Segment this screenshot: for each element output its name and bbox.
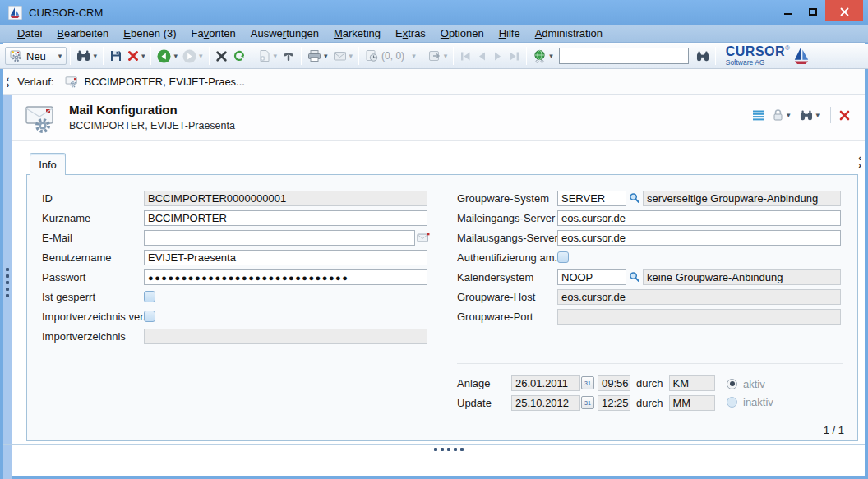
inaktiv-label: inaktiv	[743, 396, 773, 408]
print-button[interactable]: ▾	[305, 48, 330, 64]
email-field[interactable]	[144, 230, 415, 246]
tools-button[interactable]	[279, 48, 298, 64]
new-document-dropdown[interactable]: ▾	[274, 52, 278, 60]
form-row: Authentifizierung am...	[457, 247, 841, 267]
menu-item-hilfe[interactable]: Hilfe	[492, 27, 528, 39]
menu-item-ebenen-3[interactable]: Ebenen (3)	[116, 27, 183, 39]
history-entry[interactable]: BCCIMPORTER, EVIJET-Praes...	[65, 76, 245, 88]
close-icon	[840, 7, 849, 16]
groupware-system-code-field[interactable]: SERVER	[557, 191, 626, 206]
back-button[interactable]: ▾	[155, 48, 180, 65]
authentifizierung-checkbox[interactable]	[557, 251, 569, 263]
search-button[interactable]: ▾	[74, 48, 99, 64]
left-splitter[interactable]	[3, 95, 12, 479]
maileingangs-server-field[interactable]: eos.cursor.de	[557, 210, 841, 226]
new-record-dropdown[interactable]: ▾	[58, 52, 62, 60]
menu-item-favoriten[interactable]: Favoriten	[184, 27, 243, 39]
quick-search-go-button[interactable]	[694, 48, 712, 64]
close-button[interactable]	[825, 0, 863, 21]
passwort-field[interactable]: ●●●●●●●●●●●●●●●●●●●●●●●●●●●●●●	[144, 269, 427, 285]
export-dropdown[interactable]: ▾	[444, 52, 448, 60]
kalendersystem-code-field[interactable]: NOOP	[557, 269, 626, 285]
menu-item-marketing[interactable]: Marketing	[326, 27, 388, 39]
nav-first-button[interactable]	[457, 49, 474, 63]
nav-last-button[interactable]	[506, 49, 523, 63]
form-row: Importverzeichnis	[42, 326, 453, 346]
forward-dropdown[interactable]: ▾	[199, 52, 203, 60]
record-search-button[interactable]: ▾	[797, 108, 822, 123]
toolbar-separator	[526, 47, 527, 65]
mail-button[interactable]: ▾	[330, 48, 356, 63]
email-envelope-icon[interactable]	[417, 233, 430, 243]
benutzername-field[interactable]: EVIJET-Praesenta	[144, 250, 427, 265]
minimize-button[interactable]	[776, 0, 801, 21]
status-radio-group: aktiv inaktiv	[727, 375, 773, 412]
inaktiv-radio[interactable]	[727, 397, 737, 408]
calendar-button[interactable]: 31	[581, 396, 594, 409]
cancel-button[interactable]	[213, 48, 230, 64]
app-window: CURSOR-CRM DateiBearbeitenEbenen (3)Favo…	[0, 0, 868, 479]
menu-item-extras[interactable]: Extras	[388, 27, 433, 39]
menu-lines-icon[interactable]	[752, 110, 764, 121]
window-title: CURSOR-CRM	[29, 7, 103, 19]
delete-button[interactable]: ▾	[125, 48, 148, 63]
back-dropdown[interactable]: ▾	[173, 52, 178, 60]
save-button[interactable]	[107, 48, 125, 64]
cursor-logo-text: CURSOR	[726, 44, 785, 58]
collapse-left-panel-icon[interactable]: ‹›	[7, 76, 9, 88]
forward-button[interactable]: ▾	[180, 48, 205, 65]
toolbar-separator	[103, 47, 104, 65]
menu-item-optionen[interactable]: Optionen	[433, 27, 492, 39]
refresh-button[interactable]	[230, 48, 248, 64]
form-row: Importverzeichnis ver...	[42, 306, 453, 326]
collapse-right-panel-icon[interactable]: ‹›	[858, 154, 861, 169]
lookup-magnifier-icon[interactable]	[629, 192, 640, 204]
importverzeichnis-ver-checkbox[interactable]	[144, 311, 155, 322]
maximize-button[interactable]	[801, 0, 825, 21]
lock-dropdown[interactable]: ▾	[787, 111, 791, 119]
search-dropdown[interactable]: ▾	[93, 52, 97, 60]
timer-counter-dropdown[interactable]: ▾	[412, 52, 416, 60]
history-entry-label: BCCIMPORTER, EVIJET-Praes...	[84, 76, 245, 88]
content-area: ‹› Info ID BCCIMPORTER0000000001 Kurznam…	[3, 141, 865, 476]
menu-item-auswertungen[interactable]: Auswertungen	[243, 27, 326, 39]
online-search-dropdown[interactable]: ▾	[549, 52, 553, 60]
nav-next-button[interactable]	[490, 49, 506, 63]
menu-item-administration[interactable]: Administration	[528, 27, 610, 39]
binoculars-icon	[76, 49, 90, 62]
menu-item-datei[interactable]: Datei	[10, 27, 49, 39]
menu-item-bearbeiten[interactable]: Bearbeiten	[49, 27, 116, 39]
bottom-splitter[interactable]	[3, 444, 865, 454]
print-dropdown[interactable]: ▾	[324, 52, 328, 60]
ist-gesperrt-checkbox[interactable]	[144, 291, 155, 302]
mailausgangs-server-field[interactable]: eos.cursor.de	[557, 230, 841, 246]
online-search-button[interactable]: ▾	[530, 48, 556, 65]
delete-dropdown[interactable]: ▾	[141, 52, 145, 60]
lock-button[interactable]: ▾	[769, 107, 793, 123]
toolbar-separator	[422, 47, 422, 65]
nav-prev-button[interactable]	[474, 49, 490, 63]
anlage-durch-label: durch	[636, 377, 663, 389]
record-search-dropdown[interactable]: ▾	[815, 111, 820, 119]
tab-info[interactable]: Info	[30, 153, 66, 175]
new-record-button[interactable]: Neu ▾	[5, 47, 67, 65]
update-time-field: 12:25	[598, 395, 630, 411]
toolbar-separator	[715, 47, 716, 65]
new-document-button[interactable]: ▾	[256, 48, 280, 64]
mail-dropdown[interactable]: ▾	[349, 52, 353, 60]
timer-counter-button[interactable]: (0, 0) ▾	[362, 48, 418, 64]
lookup-magnifier-icon[interactable]	[629, 271, 640, 283]
aktiv-radio[interactable]	[727, 379, 737, 389]
calendar-button[interactable]: 31	[581, 376, 594, 389]
anlage-row: Anlage 26.01.2011 31 09:56 durch KM	[457, 375, 841, 391]
close-record-icon[interactable]	[839, 110, 850, 121]
field-label-benutzername: Benutzername	[42, 251, 144, 264]
form-row: Maileingangs-Server eos.cursor.de	[457, 208, 841, 228]
binoculars-icon	[696, 50, 709, 62]
app-icon	[8, 6, 22, 20]
kurzname-field[interactable]: BCCIMPORTER	[144, 210, 427, 226]
new-record-icon	[10, 49, 23, 62]
export-button[interactable]: ▾	[426, 48, 450, 64]
delete-icon	[127, 50, 139, 62]
quick-search-input[interactable]	[559, 48, 689, 64]
